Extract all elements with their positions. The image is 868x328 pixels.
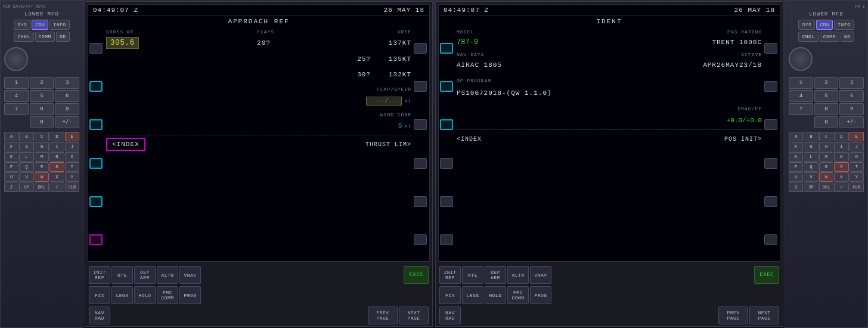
left-alpha-r[interactable]: R <box>35 162 49 172</box>
right-init-ref-btn[interactable]: INITREF <box>439 266 461 284</box>
left-alpha-del[interactable]: DEL <box>35 182 49 192</box>
left-alpha-clr[interactable]: CLR <box>65 182 79 192</box>
left-alpha-s[interactable]: S <box>49 162 64 172</box>
left-alpha-t[interactable]: T <box>65 162 79 172</box>
left-info-btn[interactable]: INFO <box>49 20 69 30</box>
left-nav-rad-btn[interactable]: NAVRAD <box>89 307 110 324</box>
left-rsk1[interactable] <box>414 43 427 54</box>
left-num-2[interactable]: 2 <box>30 77 54 89</box>
left-alpha-sp[interactable]: SP <box>19 182 33 192</box>
left-num-6[interactable]: 6 <box>55 90 79 102</box>
right-rsk4[interactable] <box>764 158 777 169</box>
right-rsk1[interactable] <box>764 43 777 54</box>
right-cdu-btn[interactable]: CDU <box>816 20 833 30</box>
left-alpha-p[interactable]: P <box>4 162 18 172</box>
left-rte-btn[interactable]: RTE <box>111 266 133 284</box>
right-rsk6[interactable] <box>764 234 777 245</box>
left-rsk2[interactable] <box>414 81 427 92</box>
left-altn-btn[interactable]: ALTN <box>157 266 178 284</box>
left-alpha-i[interactable]: I <box>49 142 64 151</box>
right-num-7[interactable]: 7 <box>789 103 813 115</box>
left-next-page-btn[interactable]: NEXTPAGE <box>399 307 429 324</box>
right-alpha-s[interactable]: S <box>834 162 848 172</box>
left-num-plusminus[interactable]: +/- <box>55 116 79 128</box>
left-alpha-d[interactable]: D <box>49 132 64 141</box>
left-init-ref-btn[interactable]: INITREF <box>89 266 110 284</box>
left-alpha-o[interactable]: O <box>65 152 79 162</box>
right-sys-btn[interactable]: SYS <box>798 20 815 30</box>
right-info-btn[interactable]: INFO <box>834 20 854 30</box>
left-alpha-v[interactable]: V <box>19 172 33 182</box>
thrust-lim-label[interactable]: THRUST LIM> <box>365 141 411 148</box>
right-chkl-btn[interactable]: CHKL <box>798 32 818 42</box>
left-legs-btn[interactable]: LEGS <box>111 286 133 304</box>
left-alpha-slash[interactable]: / <box>49 182 64 192</box>
right-num-2[interactable]: 2 <box>814 77 839 89</box>
left-num-4[interactable]: 4 <box>4 90 29 102</box>
left-lsk6[interactable] <box>89 234 103 245</box>
right-lsk2[interactable] <box>440 81 453 92</box>
right-rsk3[interactable] <box>764 119 777 130</box>
left-fix-btn[interactable]: FIX <box>89 286 110 304</box>
right-alpha-g[interactable]: G <box>804 142 818 151</box>
right-lsk3[interactable] <box>440 119 453 130</box>
right-alpha-k[interactable]: K <box>789 152 803 162</box>
right-rsk5[interactable] <box>764 196 777 207</box>
right-legs-btn[interactable]: LEGS <box>462 286 483 304</box>
right-alpha-l[interactable]: L <box>804 152 818 162</box>
left-prog-btn[interactable]: PROG <box>179 286 201 304</box>
left-num-8[interactable]: 8 <box>30 103 54 115</box>
right-alpha-v[interactable]: V <box>804 172 818 182</box>
left-vnav-btn[interactable]: VNAV <box>179 266 201 284</box>
left-comm-btn[interactable]: COMM <box>35 32 55 42</box>
left-alpha-b[interactable]: B <box>19 132 33 141</box>
right-alpha-w[interactable]: W <box>819 172 833 182</box>
right-num-plusminus[interactable]: +/- <box>839 116 864 128</box>
left-alpha-w[interactable]: W <box>35 172 49 182</box>
right-prog-btn[interactable]: PROG <box>530 286 551 304</box>
left-alpha-y[interactable]: Y <box>65 172 79 182</box>
right-lsk5[interactable] <box>440 196 453 207</box>
left-prev-page-btn[interactable]: PREVPAGE <box>368 307 398 324</box>
right-alpha-t[interactable]: T <box>850 162 864 172</box>
left-rsk3[interactable] <box>414 119 427 130</box>
right-alpha-y[interactable]: Y <box>850 172 864 182</box>
right-index-label[interactable]: <INDEX <box>457 136 482 143</box>
left-dep-arr-btn[interactable]: DEPARR <box>134 266 156 284</box>
pos-init-label[interactable]: POS INIT> <box>724 136 762 143</box>
right-fix-btn[interactable]: FIX <box>439 286 461 304</box>
right-alpha-u[interactable]: U <box>789 172 803 182</box>
right-prev-page-btn[interactable]: PREVPAGE <box>718 307 748 324</box>
right-alpha-m[interactable]: M <box>819 152 833 162</box>
left-num-5[interactable]: 5 <box>30 90 54 102</box>
left-chkl-btn[interactable]: CHKL <box>14 32 33 42</box>
right-alpha-x[interactable]: X <box>834 172 848 182</box>
right-alpha-slash[interactable]: / <box>834 182 848 192</box>
right-alpha-d[interactable]: D <box>834 132 848 141</box>
right-alpha-p[interactable]: P <box>789 162 803 172</box>
right-alpha-o[interactable]: O <box>850 152 864 162</box>
left-lsk4[interactable] <box>89 158 103 169</box>
right-fmc-comm-btn[interactable]: FMCCOMM <box>507 286 529 304</box>
left-alpha-u[interactable]: U <box>4 172 18 182</box>
left-lsk1[interactable] <box>89 43 103 54</box>
right-num-5[interactable]: 5 <box>814 90 839 102</box>
right-num-0[interactable]: 0 <box>814 116 839 128</box>
right-num-4[interactable]: 4 <box>789 90 813 102</box>
left-rsk5[interactable] <box>414 196 427 207</box>
right-altn-btn[interactable]: ALTN <box>507 266 529 284</box>
left-alpha-a[interactable]: A <box>4 132 18 141</box>
left-cdu-btn[interactable]: CDU <box>32 20 48 30</box>
right-alpha-h[interactable]: H <box>819 142 833 151</box>
right-num-9[interactable]: 9 <box>839 103 864 115</box>
right-hold-btn[interactable]: HOLD <box>485 286 506 304</box>
left-alpha-e[interactable]: E <box>65 132 79 141</box>
left-alpha-k[interactable]: K <box>4 152 18 162</box>
right-alpha-del[interactable]: DEL <box>819 182 833 192</box>
right-rte-btn[interactable]: RTE <box>462 266 483 284</box>
right-alpha-r[interactable]: R <box>819 162 833 172</box>
left-lsk5[interactable] <box>89 196 103 207</box>
left-alpha-x[interactable]: X <box>49 172 64 182</box>
right-knob1[interactable] <box>789 47 813 71</box>
left-alpha-g[interactable]: G <box>19 142 33 151</box>
